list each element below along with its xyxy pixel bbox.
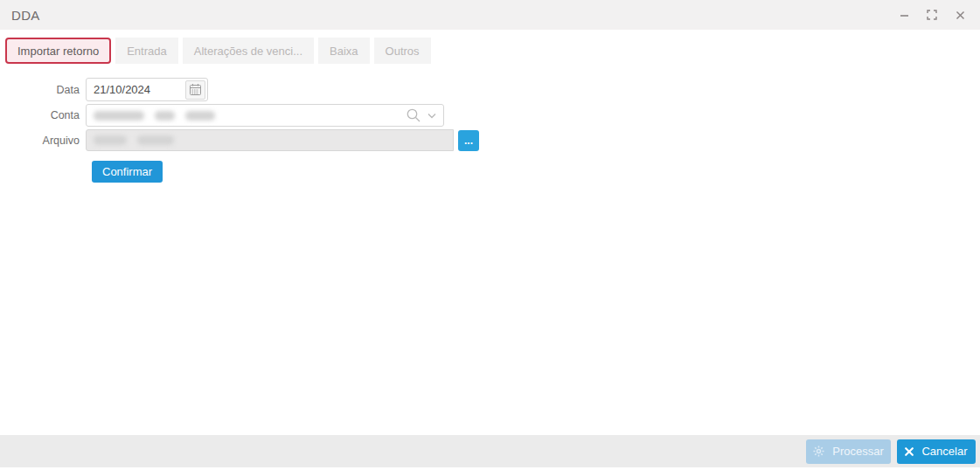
dda-window: DDA Importar retorno Entrada Alterações … [0, 0, 980, 470]
conta-row: Conta [0, 104, 980, 127]
tab-entrada[interactable]: Entrada [115, 38, 178, 64]
tab-bar: Importar retorno Entrada Alterações de v… [0, 30, 980, 64]
arquivo-field [86, 129, 454, 151]
data-field [86, 78, 208, 101]
import-form: Data Conta [0, 64, 980, 183]
conta-redacted-value [87, 111, 215, 121]
titlebar: DDA [0, 0, 980, 30]
conta-field[interactable] [86, 104, 444, 127]
tab-alteracoes-de-vencimento[interactable]: Alterações de venci... [183, 38, 314, 64]
search-icon[interactable] [406, 107, 421, 123]
tab-baixa[interactable]: Baixa [318, 38, 370, 64]
minimize-icon[interactable] [896, 7, 912, 23]
window-controls [896, 7, 968, 23]
close-icon[interactable] [952, 7, 968, 23]
data-row: Data [0, 78, 980, 101]
tab-importar-retorno[interactable]: Importar retorno [5, 38, 111, 64]
arquivo-row: Arquivo ... [0, 129, 980, 151]
cancel-button[interactable]: Cancelar [897, 439, 976, 464]
data-input[interactable] [87, 83, 185, 96]
browse-file-button[interactable]: ... [458, 130, 479, 151]
confirm-button[interactable]: Confirmar [92, 161, 163, 183]
arquivo-redacted-value [87, 135, 174, 145]
x-icon [905, 447, 914, 456]
data-label: Data [0, 84, 86, 96]
process-button[interactable]: Processar [806, 439, 891, 464]
maximize-icon[interactable] [924, 7, 940, 23]
chevron-down-icon[interactable] [427, 113, 436, 119]
arquivo-label: Arquivo [0, 135, 86, 147]
cancel-button-label: Cancelar [921, 445, 967, 458]
gear-icon [813, 446, 824, 457]
window-title: DDA [11, 8, 40, 23]
tab-outros[interactable]: Outros [374, 38, 431, 64]
conta-label: Conta [0, 109, 86, 121]
footer-bar: Processar Cancelar [0, 435, 980, 467]
calendar-icon[interactable] [185, 80, 205, 100]
process-button-label: Processar [832, 445, 884, 458]
